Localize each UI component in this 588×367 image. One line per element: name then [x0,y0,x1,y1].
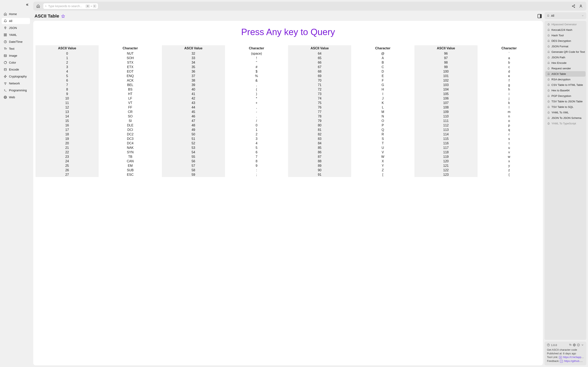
table-cell: 6 [225,150,288,155]
sidebar-item-home[interactable]: Home [2,11,30,17]
table-cell: 87 [288,155,351,159]
table-row: 0NUT32(space)64@96` [35,51,541,56]
globe-icon[interactable] [573,343,576,346]
tool-list-item[interactable]: ASCII Table [545,71,586,77]
tool-list-item[interactable]: Generate QR Code for Text [545,49,586,55]
sidebar-item-encode[interactable]: Encode [2,67,30,73]
tool-list-item[interactable]: Hex to Base64 [545,88,586,93]
table-cell: 116 [415,141,477,146]
sidebar-item-color[interactable]: Color [2,59,30,66]
table-cell: T [351,141,414,146]
table-cell: 42 [162,96,225,101]
tool-list-item-label: YAML To TypeScript [552,122,576,125]
table-cell: 118 [415,150,477,155]
search-input[interactable] [48,4,84,8]
sidebar-item-all[interactable]: All [2,18,30,24]
table-cell: 36 [162,69,225,74]
sidebar-collapse-button[interactable] [25,3,29,7]
tool-list-item[interactable]: Htpasswd Generator [545,22,586,27]
tool-list-item[interactable]: TSV Table to SQL [545,104,586,110]
table-cell: P [351,123,414,128]
table-cell: DLE [99,123,162,128]
tool-list-item[interactable]: JSON Format [545,44,586,49]
tool-list-item[interactable]: RSA decryption [545,77,586,82]
bell-icon [547,56,550,59]
table-cell: 17 [35,128,99,132]
tool-list-item[interactable]: PGP Decryption [545,93,586,99]
table-cell: m [477,110,541,114]
check-circle-icon[interactable] [577,343,580,346]
tool-list[interactable]: Htpasswd GeneratorKeccak224 HashHash Too… [545,22,586,339]
share-icon[interactable] [572,4,575,8]
sidebar-item-label: Encode [9,68,19,71]
table-cell: 85 [288,146,351,150]
table-cell: 9 [35,92,99,96]
favorite-star-button[interactable] [61,14,65,18]
table-cell: 19 [35,137,99,141]
table-cell: (space) [225,51,288,56]
tool-list-item[interactable]: JSON To JSON Schema [545,115,586,121]
sidebar-item-programming[interactable]: Programming [2,87,30,93]
tool-list-item[interactable]: CSV Table to HTML Table [545,82,586,88]
sidebar-item-json[interactable]: JSON [2,25,30,31]
tool-list-item-label: Request sender [552,67,571,70]
tool-list-item[interactable]: Request sender [545,66,586,71]
tool-list-item-label: JSON Format [552,45,568,48]
copy-icon[interactable]: ⧉ [559,356,562,359]
tool-list-item[interactable]: YAML To TypeScript [545,121,586,126]
home-button[interactable] [35,3,41,9]
table-cell: 110 [415,114,477,119]
chevron-down-icon[interactable] [581,343,584,346]
text-size-icon[interactable] [569,343,572,346]
version-label: 1.0.0 [551,343,557,347]
table-cell: 104 [415,87,477,92]
bell-icon [547,111,550,114]
tool-list-item[interactable]: Hex Encode [545,60,586,66]
right-panel-filter-dropdown[interactable]: All [545,12,586,19]
table-cell: 54 [162,150,225,155]
table-cell: 86 [288,150,351,155]
tool-list-item-label: RSA decryption [552,78,571,81]
tool-list-item[interactable]: Hash Tool [545,33,586,38]
toggle-right-panel-button[interactable] [537,14,542,18]
external-link-icon[interactable]: ↗ [560,360,563,363]
user-icon[interactable] [579,4,583,8]
tool-list-item[interactable]: Keccak224 Hash [545,27,586,33]
sidebar-item-image[interactable]: Image [2,53,30,59]
bell-icon [547,62,550,64]
tool-list-item[interactable]: JSON Path [545,55,586,60]
table-cell: 117 [415,146,477,150]
table-cell: . [225,114,288,119]
sidebar-item-web[interactable]: Web [2,94,30,100]
sidebar-item-date-time[interactable]: Date/Time [2,39,30,45]
table-cell: 88 [288,159,351,164]
table-cell: DC4 [99,141,162,146]
table-cell: 50 [162,132,225,137]
tool-list-item-label: JSON To JSON Schema [552,117,581,119]
sidebar-item-network[interactable]: Network [2,80,30,86]
table-cell: - [225,110,288,114]
tool-link[interactable]: https://t.he3app.co… [563,356,584,359]
table-cell: M [351,110,414,114]
feedback-link[interactable]: https://github.com/… [564,359,584,363]
table-row: 27ESC59;91[123{ [35,173,541,177]
content-scroll[interactable]: Press Any key to Query ASCII ValueCharac… [33,21,543,365]
sidebar-item-text[interactable]: Text [2,46,30,52]
search-icon [45,5,47,8]
table-row: 21NAK53585U117u [35,146,541,150]
table-cell: a [477,56,541,60]
table-cell: 5 [35,74,99,78]
tool-list-item[interactable]: YAML To XML [545,110,586,115]
search-box[interactable]: ⌘ + K [43,3,98,9]
main: ⌘ + K ASCII Table [32,0,588,367]
table-cell: 5 [225,146,288,150]
tool-list-item[interactable]: TSV Table to JSON Table [545,99,586,104]
table-cell: STX [99,60,162,65]
bell-icon [547,34,550,37]
sidebar-item-yaml[interactable]: YAML [2,32,30,38]
table-cell: 0 [35,51,99,56]
tool-list-item[interactable]: DES Decryption [545,38,586,44]
table-cell: 38 [162,78,225,83]
table-cell: p [477,123,541,128]
sidebar-item-cryptography[interactable]: Cryptography [2,73,30,80]
